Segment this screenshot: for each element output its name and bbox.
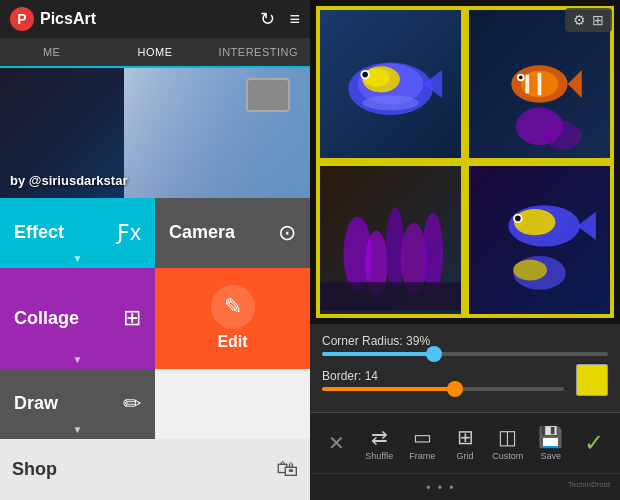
toolbar-frame-button[interactable]: ▭ Frame — [402, 421, 443, 465]
collage-label: Collage — [14, 308, 79, 329]
grid-label: Grid — [457, 451, 474, 461]
toolbar-custom-button[interactable]: ◫ Custom — [487, 421, 528, 465]
right-panel: ⚙ ⊞ Corner Radius: 39% Border: 14 — [310, 0, 620, 500]
toolbar-confirm-button[interactable]: ✓ — [573, 425, 614, 461]
grid-icon: ⊞ — [457, 425, 474, 449]
shop-icon: 🛍 — [276, 456, 298, 482]
menu-icon[interactable]: ≡ — [289, 9, 300, 30]
check-icon: ✓ — [584, 429, 604, 457]
effect-caret: ▼ — [73, 253, 83, 264]
gear-float: ⚙ ⊞ — [565, 8, 612, 32]
bottom-toolbar: ✕ ⇄ Shuffle ▭ Frame ⊞ Grid ◫ Custom 💾 Sa… — [310, 412, 620, 473]
svg-rect-10 — [525, 75, 529, 94]
border-fill — [322, 387, 455, 391]
edit-icon-circle: ✎ — [211, 285, 255, 329]
toolbar-shuffle-button[interactable]: ⇄ Shuffle — [359, 421, 400, 465]
collage-caret: ▼ — [73, 354, 83, 365]
border-thumb[interactable] — [447, 381, 463, 397]
top-bar: P PicsArt ↻ ≡ — [0, 0, 310, 38]
hero-byline: by @siriusdarkstar — [10, 173, 127, 188]
shuffle-label: Shuffle — [365, 451, 393, 461]
svg-marker-27 — [577, 212, 596, 240]
svg-rect-22 — [320, 282, 461, 310]
toolbar-save-button[interactable]: 💾 Save — [530, 421, 571, 465]
more-dots[interactable]: • • • — [426, 481, 455, 495]
menu-item-shop[interactable]: Shop 🛍 — [0, 439, 310, 501]
toolbar-close-button[interactable]: ✕ — [316, 427, 357, 459]
collage-cell-1 — [316, 6, 465, 162]
svg-rect-11 — [538, 73, 542, 96]
dots-row: • • • TechinDroid — [310, 473, 620, 500]
nav-tabs: ME HOME INTERESTING — [0, 38, 310, 68]
menu-grid: Effect Ƒx ▼ Camera ⊙ Collage ⊞ ▼ ✎ Edit … — [0, 198, 310, 500]
refresh-icon[interactable]: ↻ — [260, 8, 275, 30]
effect-icon: Ƒx — [117, 220, 141, 246]
border-color-row: Border: 14 — [322, 364, 608, 396]
custom-icon: ◫ — [498, 425, 517, 449]
edit-label: Edit — [217, 333, 247, 351]
grid-float-icon[interactable]: ⊞ — [592, 12, 604, 28]
collage-icon: ⊞ — [123, 305, 141, 331]
corner-radius-label: Corner Radius: 39% — [322, 334, 608, 348]
hero-image: by @siriusdarkstar — [0, 68, 310, 198]
controls-area: Corner Radius: 39% Border: 14 — [310, 324, 620, 412]
svg-point-5 — [362, 72, 368, 78]
tab-interesting[interactable]: INTERESTING — [207, 38, 310, 66]
svg-point-16 — [544, 122, 582, 150]
custom-label: Custom — [492, 451, 523, 461]
logo-icon: P — [10, 7, 34, 31]
hero-person-image — [124, 68, 310, 198]
save-icon: 💾 — [538, 425, 563, 449]
menu-item-effect[interactable]: Effect Ƒx ▼ — [0, 198, 155, 268]
border-color-swatch[interactable] — [576, 364, 608, 396]
tab-home[interactable]: HOME — [103, 38, 206, 68]
toolbar-grid-button[interactable]: ⊞ Grid — [445, 421, 486, 465]
svg-point-29 — [513, 260, 547, 281]
draw-icon: ✏ — [123, 391, 141, 417]
svg-marker-14 — [568, 70, 582, 98]
corner-radius-row: Corner Radius: 39% — [322, 334, 608, 356]
logo-text: PicsArt — [40, 10, 96, 28]
svg-point-7 — [362, 95, 418, 110]
shop-label: Shop — [12, 459, 57, 480]
effect-label: Effect — [14, 222, 64, 243]
border-label: Border: 14 — [322, 369, 564, 383]
camera-label: Camera — [169, 222, 235, 243]
corner-radius-thumb[interactable] — [426, 346, 442, 362]
menu-item-collage[interactable]: Collage ⊞ ▼ — [0, 268, 155, 370]
menu-item-draw[interactable]: Draw ✏ ▼ — [0, 369, 155, 439]
tab-me[interactable]: ME — [0, 38, 103, 66]
collage-area: ⚙ ⊞ — [310, 0, 620, 324]
frame-icon: ▭ — [413, 425, 432, 449]
collage-cell-3 — [316, 162, 465, 318]
draw-caret: ▼ — [73, 424, 83, 435]
menu-item-camera[interactable]: Camera ⊙ — [155, 198, 310, 268]
camera-icon: ⊙ — [278, 220, 296, 246]
close-icon: ✕ — [328, 431, 345, 455]
menu-item-edit[interactable]: ✎ Edit — [155, 268, 310, 370]
draw-label: Draw — [14, 393, 58, 414]
corner-radius-fill — [322, 352, 434, 356]
border-slider-track[interactable] — [322, 387, 564, 391]
svg-point-13 — [519, 76, 523, 80]
top-bar-icons: ↻ ≡ — [260, 8, 300, 30]
svg-point-26 — [515, 216, 521, 222]
settings-icon[interactable]: ⚙ — [573, 12, 586, 28]
collage-cell-4 — [465, 162, 614, 318]
save-label: Save — [540, 451, 561, 461]
picsart-logo: P PicsArt — [10, 7, 96, 31]
frame-label: Frame — [409, 451, 435, 461]
watermark: TechinDroid — [568, 480, 610, 489]
svg-point-21 — [422, 213, 443, 292]
corner-radius-slider-track[interactable] — [322, 352, 608, 356]
left-panel: P PicsArt ↻ ≡ ME HOME INTERESTING by @si… — [0, 0, 310, 500]
shuffle-icon: ⇄ — [371, 425, 388, 449]
